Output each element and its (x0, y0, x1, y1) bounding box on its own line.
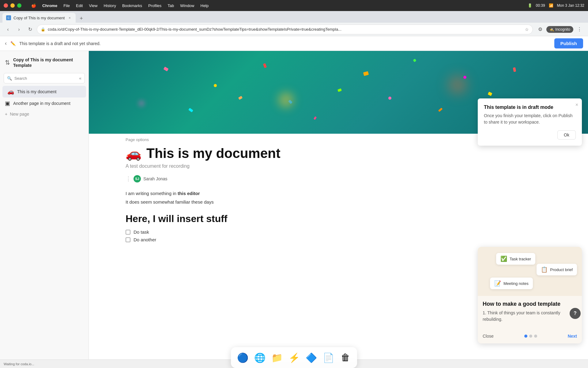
tooltip-ok-btn[interactable]: Ok (557, 130, 576, 140)
back-btn[interactable]: ‹ (4, 25, 12, 34)
edit-menu[interactable]: Edit (74, 3, 85, 9)
browser-tab[interactable]: C Copy of This is my document × (2, 13, 76, 23)
mac-titlebar: 🍎 Chrome File Edit View History Bookmark… (0, 0, 588, 11)
incognito-icon: 🕵 (549, 27, 554, 32)
page-subtitle: A test document for recording (126, 163, 328, 169)
search-input[interactable] (14, 76, 77, 81)
panel-dot-2 (534, 335, 537, 338)
task-checkbox-0[interactable] (126, 230, 130, 235)
author-name: Sarah Jonas (143, 176, 168, 181)
author-more-btn[interactable]: ⋮ (126, 175, 131, 182)
status-text: Waiting for coda.io... (4, 362, 34, 366)
plus-icon: + (5, 112, 7, 117)
template-help-panel: ✅ Task tracker 📋 Product brief 📝 Meeting… (478, 247, 582, 343)
help-button[interactable]: ? (570, 308, 581, 319)
dock-folder[interactable]: 📁 (269, 350, 285, 366)
page-icon-0: 🚗 (7, 88, 14, 95)
window-menu[interactable]: Window (178, 3, 197, 9)
task-label-1: Do another (134, 237, 156, 242)
dock-finder[interactable]: 🔵 (235, 350, 251, 366)
template-panel-body: How to make a good template 1. Think of … (478, 296, 582, 331)
file-menu[interactable]: File (61, 3, 72, 9)
dock-terminal[interactable]: ⚡ (286, 350, 302, 366)
view-menu[interactable]: View (86, 3, 100, 9)
tooltip-title: This template is in draft mode (484, 105, 576, 110)
minimize-window-btn[interactable] (10, 3, 15, 8)
reload-btn[interactable]: ↻ (26, 25, 34, 34)
sidebar-item-label-0: This is my document (17, 89, 56, 94)
profiles-menu[interactable]: Profiles (146, 3, 164, 9)
collapse-sidebar-btn[interactable]: « (79, 76, 81, 81)
page-emoji: 🚗 (126, 146, 141, 161)
apple-menu[interactable]: 🍎 (29, 3, 39, 9)
dock-chrome[interactable]: 🌐 (252, 350, 268, 366)
mac-window-controls[interactable] (4, 3, 21, 8)
draft-banner-text: This template is a draft and not yet sha… (19, 41, 551, 46)
dock-notes[interactable]: 📄 (320, 350, 336, 366)
tab-favicon: C (6, 15, 11, 20)
tooltip-close-btn[interactable]: × (575, 102, 578, 108)
draft-mode-tooltip: This template is in draft mode Once you … (478, 98, 582, 146)
template-panel-footer: Close Next (478, 331, 582, 343)
task-checkbox-1[interactable] (126, 237, 130, 242)
brief-icon: 📋 (541, 266, 548, 273)
tab-menu[interactable]: Tab (165, 3, 176, 9)
tooltip-body: Once you finish your template, click on … (484, 113, 576, 125)
panel-close-btn[interactable]: Close (483, 334, 494, 339)
close-window-btn[interactable] (4, 3, 8, 8)
sidebar-doc-title: Copy of This is my document Template (13, 57, 84, 68)
sidebar-item-0[interactable]: 🚗 This is my document (2, 86, 86, 98)
template-cards-area: ✅ Task tracker 📋 Product brief 📝 Meeting… (478, 247, 582, 296)
more-btn[interactable]: ⋮ (575, 25, 584, 34)
history-menu[interactable]: History (101, 3, 118, 9)
lock-icon: 🔒 (41, 27, 45, 32)
draft-banner: ‹ ✏️ This template is a draft and not ye… (0, 36, 588, 51)
mac-status-bar: 🔋 00:39 📶 Mon 3 Jan 12:32 (528, 3, 584, 8)
dock-trash[interactable]: 🗑 (337, 350, 353, 366)
tracker-label: Task tracker (510, 257, 531, 261)
sidebar: ⇅ Copy of This is my document Template 🔍… (0, 51, 89, 368)
forward-btn[interactable]: › (15, 25, 23, 34)
template-panel-title: How to make a good template (483, 301, 577, 307)
notes-icon: 📝 (494, 280, 501, 287)
template-panel-desc: 1. Think of things your team is constant… (483, 310, 577, 323)
section-heading: Here, I will insert stuff (126, 213, 328, 224)
browser-extras: ⚙ 🕵 Incognito ⋮ (535, 25, 584, 34)
new-page-label: New page (10, 112, 29, 117)
search-icon: 🔍 (7, 76, 12, 81)
page-title: This is my document (146, 146, 281, 161)
publish-button[interactable]: Publish (554, 38, 583, 48)
bookmark-icon[interactable]: ☆ (525, 27, 529, 32)
task-item-0: Do task (126, 229, 328, 235)
mac-menu-bar: 🍎 Chrome File Edit View History Bookmark… (29, 3, 211, 9)
new-page-btn[interactable]: + New page (0, 109, 89, 119)
fullscreen-window-btn[interactable] (17, 3, 21, 8)
tab-close-btn[interactable]: × (67, 15, 72, 20)
bookmarks-menu[interactable]: Bookmarks (120, 3, 145, 9)
body-text-1: I am writing something in this editor (126, 190, 328, 197)
chrome-menu[interactable]: Chrome (40, 3, 60, 9)
url-bar[interactable]: 🔒 coda.io/d/Copy-of-This-is-my-document-… (37, 25, 533, 34)
template-card-brief[interactable]: 📋 Product brief (537, 264, 577, 275)
template-card-notes[interactable]: 📝 Meeting notes (490, 278, 533, 289)
url-text: coda.io/d/Copy-of-This-is-my-document-Te… (48, 27, 522, 32)
panel-dot-0 (524, 335, 527, 338)
tab-title: Copy of This is my document (13, 16, 65, 20)
content-area: This template is in draft mode Once you … (89, 51, 588, 368)
brief-label: Product brief (550, 267, 573, 272)
battery-icon: 🔋 (528, 3, 532, 8)
extensions-btn[interactable]: ⚙ (535, 25, 545, 34)
panel-next-btn[interactable]: Next (568, 334, 577, 339)
panel-dot-1 (529, 335, 532, 338)
help-menu[interactable]: Help (198, 3, 211, 9)
page-icon-1: ▣ (5, 100, 10, 107)
sidebar-search-bar[interactable]: 🔍 « (4, 73, 85, 83)
sidebar-item-1[interactable]: ▣ Another page in my document (0, 98, 89, 109)
back-arrow-btn[interactable]: ‹ (5, 40, 7, 47)
task-label-0: Do task (134, 229, 149, 235)
dock-code[interactable]: 🔷 (303, 350, 319, 366)
template-card-tracker[interactable]: ✅ Task tracker (496, 253, 535, 265)
new-tab-btn[interactable]: + (77, 14, 85, 23)
wifi-icon: 📶 (549, 3, 553, 8)
panel-dots (524, 335, 537, 338)
